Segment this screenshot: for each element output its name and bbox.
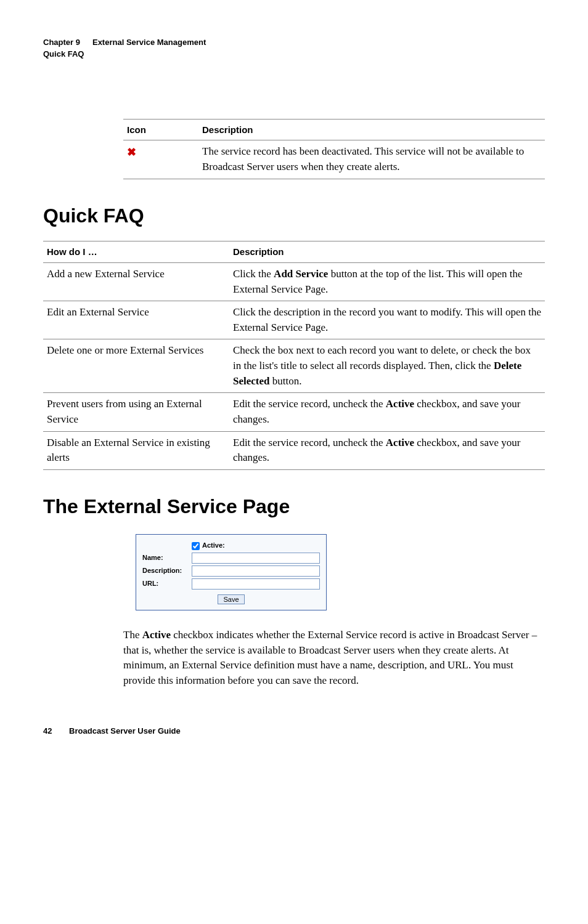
table-row: Edit an External Service Click the descr… <box>43 301 545 339</box>
external-service-page-heading: The External Service Page <box>43 492 545 521</box>
table-row: Prevent users from using an External Ser… <box>43 393 545 431</box>
faq-description: Click the Add Service button at the top … <box>229 262 545 301</box>
faq-table: How do I … Description Add a new Externa… <box>43 241 545 470</box>
url-label: URL: <box>142 579 192 589</box>
save-button[interactable]: Save <box>218 594 244 604</box>
active-checkbox-paragraph: The Active checkbox indicates whether th… <box>123 628 545 689</box>
table-row: Delete one or more External Services Che… <box>43 339 545 393</box>
faq-description: Edit the service record, uncheck the Act… <box>229 393 545 431</box>
faq-howdo: Disable an External Service in existing … <box>43 431 229 469</box>
faq-howdo: Edit an External Service <box>43 301 229 339</box>
table-row: Disable an External Service in existing … <box>43 431 545 469</box>
icon-description-table: Icon Description ✖ The service record ha… <box>123 119 545 179</box>
page-footer: 42 Broadcast Server User Guide <box>43 726 545 737</box>
active-label: Active: <box>202 541 225 551</box>
faq-howdo: Delete one or more External Services <box>43 339 229 393</box>
faq-description: Check the box next to each record you wa… <box>229 339 545 393</box>
chapter-title: External Service Management <box>92 38 206 47</box>
faq-howdo: Prevent users from using an External Ser… <box>43 393 229 431</box>
col-description-header: Description <box>198 119 545 140</box>
deactivated-x-icon: ✖ <box>127 146 136 158</box>
description-label: Description: <box>142 566 192 576</box>
quick-faq-heading: Quick FAQ <box>43 201 545 230</box>
faq-description: Click the description in the record you … <box>229 301 545 339</box>
table-row: ✖ The service record has been deactivate… <box>123 140 545 179</box>
table-row: Add a new External Service Click the Add… <box>43 262 545 301</box>
icon-description: The service record has been deactivated.… <box>198 140 545 179</box>
url-field[interactable] <box>192 578 320 590</box>
description-field[interactable] <box>192 565 320 577</box>
section-label: Quick FAQ <box>43 49 545 60</box>
page-number: 42 <box>43 726 52 737</box>
col-icon-header: Icon <box>123 119 198 140</box>
page-running-header: Chapter 9External Service Management Qui… <box>43 37 545 60</box>
name-field[interactable] <box>192 553 320 564</box>
faq-howdo: Add a new External Service <box>43 262 229 301</box>
col-description-header: Description <box>229 241 545 263</box>
name-label: Name: <box>142 553 192 563</box>
col-howdo-header: How do I … <box>43 241 229 263</box>
external-service-form-figure: Active: Name: Description: URL: Save <box>136 534 327 610</box>
faq-description: Edit the service record, uncheck the Act… <box>229 431 545 469</box>
active-checkbox[interactable] <box>192 542 200 550</box>
chapter-label: Chapter 9 <box>43 38 80 47</box>
footer-title: Broadcast Server User Guide <box>69 726 181 736</box>
